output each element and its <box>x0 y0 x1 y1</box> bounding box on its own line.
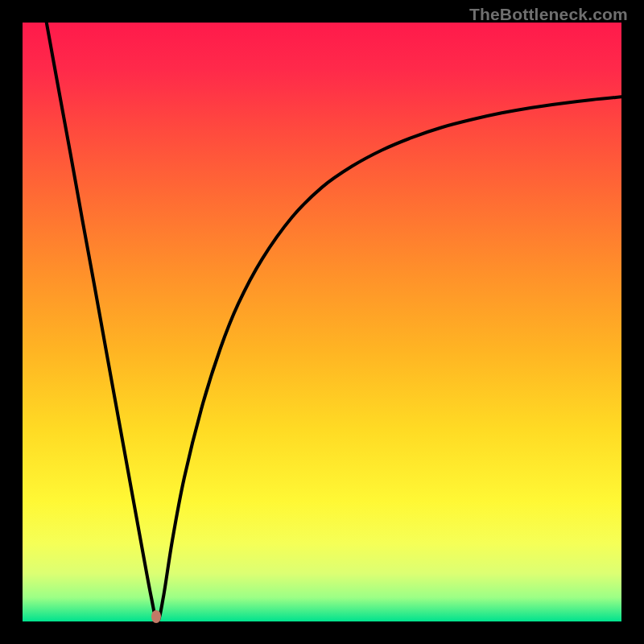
curve-path <box>47 23 621 621</box>
plot-area <box>23 23 621 621</box>
chart-container: TheBottleneck.com <box>0 0 644 644</box>
watermark-text: TheBottleneck.com <box>469 5 628 24</box>
minimum-marker <box>151 610 161 623</box>
curve-layer <box>23 23 621 621</box>
